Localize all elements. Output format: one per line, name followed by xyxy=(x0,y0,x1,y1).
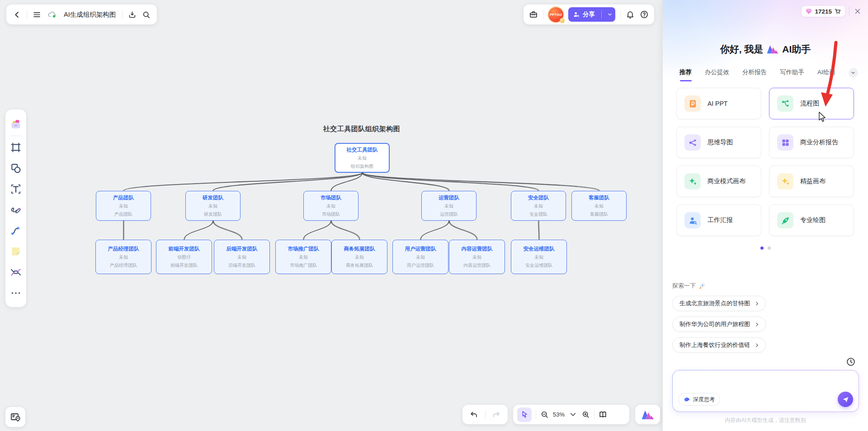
divider xyxy=(10,136,21,136)
suggestion-pill[interactable]: 生成北京旅游景点的甘特图 xyxy=(672,296,766,311)
pagination-dot[interactable] xyxy=(768,246,771,250)
org-node[interactable]: 市场推广团队未知市场推广团队 xyxy=(275,240,331,274)
chevron-right-icon xyxy=(755,301,760,306)
org-node[interactable]: 安全团队未知安全团队 xyxy=(511,191,566,221)
card-label: 思维导图 xyxy=(708,138,733,147)
prompt-input[interactable]: 深度思考 xyxy=(672,370,859,412)
org-node[interactable]: 产品经理团队未知产品经理团队 xyxy=(95,240,151,274)
zoom-in-icon[interactable] xyxy=(581,410,590,419)
tab-2[interactable]: 办公提效 xyxy=(705,68,729,77)
frame-icon[interactable] xyxy=(10,142,22,153)
sparkle-yellow-icon xyxy=(777,173,793,189)
share-button[interactable]: 分享 xyxy=(568,7,615,22)
credits-count: 17215 xyxy=(815,8,832,15)
org-node[interactable]: 内容运营团队未知内容运营团队 xyxy=(449,240,505,274)
org-node[interactable]: 商务拓展团队未知商务拓展团队 xyxy=(331,240,387,274)
assistant-card[interactable]: 精益画布 xyxy=(769,166,854,197)
back-icon[interactable] xyxy=(13,10,21,19)
tab-1[interactable]: 推荐 xyxy=(679,68,692,77)
org-node[interactable]: 客服团队未知客服团队 xyxy=(571,191,627,221)
select-tool-button[interactable] xyxy=(517,407,532,422)
assistant-card[interactable]: AI PPT xyxy=(676,88,761,119)
zoom-dropdown-icon[interactable] xyxy=(569,410,577,419)
pptgo-badge[interactable]: PPTGO xyxy=(548,7,563,22)
ai-assistant-panel: 17215 你好, 我是 AI助手 推荐办公提效分析报告写作助手AI绘画 AI … xyxy=(663,0,868,431)
map-card-icon xyxy=(10,412,21,422)
org-node[interactable]: 用户运营团队未知用户运营团队 xyxy=(392,240,448,274)
pages-icon[interactable] xyxy=(599,410,607,419)
text-icon[interactable] xyxy=(10,183,22,195)
tab-5[interactable]: AI绘画 xyxy=(817,68,835,77)
download-icon[interactable] xyxy=(128,10,137,19)
sticky-note-icon[interactable] xyxy=(10,246,22,257)
org-node[interactable]: 前端开发团队切图仔前端开发团队 xyxy=(156,240,212,274)
ppt-icon xyxy=(684,95,701,112)
send-button[interactable] xyxy=(838,392,853,407)
org-node[interactable]: 市场团队未知市场团队 xyxy=(303,191,359,221)
card-label: 商业分析报告 xyxy=(800,138,838,147)
ai-logo-icon xyxy=(766,44,779,54)
zoom-level[interactable]: 53% xyxy=(553,411,565,418)
chevron-right-icon xyxy=(755,343,760,348)
bell-icon[interactable] xyxy=(626,10,635,19)
suggestion-pill[interactable]: 制作华为公司的用户旅程图 xyxy=(672,317,766,332)
person-add-icon xyxy=(573,11,580,18)
document-title[interactable]: AI生成组织架构图 xyxy=(64,10,116,19)
tab-3[interactable]: 分析报告 xyxy=(742,68,767,77)
chevron-down-icon xyxy=(607,12,613,17)
org-node[interactable]: 运营团队未知运营团队 xyxy=(421,191,476,221)
org-node[interactable]: 研发团队未知研发团队 xyxy=(185,191,241,221)
menu-icon[interactable] xyxy=(33,10,41,19)
whale-icon xyxy=(684,396,690,403)
divider xyxy=(620,10,621,19)
assistant-card[interactable]: 工作汇报 xyxy=(676,204,761,236)
diagram-canvas[interactable]: 社交工具团队组织架构图 社交工具团队未知组织架构图产品团队未知产品团队研发团队未… xyxy=(0,0,663,431)
assistant-card[interactable]: 流程图 xyxy=(769,88,854,119)
redo-icon[interactable] xyxy=(492,410,501,419)
zoom-controls: 53% xyxy=(513,405,629,424)
divider xyxy=(122,10,123,19)
zoom-out-icon[interactable] xyxy=(540,410,549,419)
ai-assistant-button[interactable] xyxy=(635,405,660,424)
pagination-dot[interactable] xyxy=(760,246,764,250)
shapes-icon[interactable] xyxy=(10,162,22,174)
tabs-more-button[interactable] xyxy=(849,68,858,78)
card-label: 精益画布 xyxy=(800,177,826,185)
org-node[interactable]: 社交工具团队未知组织架构图 xyxy=(335,143,390,173)
templates-icon[interactable] xyxy=(10,118,22,130)
chevron-down-icon xyxy=(850,70,856,76)
org-node[interactable]: 安全运维团队未知安全运维团队 xyxy=(511,240,567,274)
connector-icon[interactable] xyxy=(10,225,22,237)
org-node[interactable]: 产品团队未知产品团队 xyxy=(96,191,151,221)
sparkle-green-icon xyxy=(684,173,701,189)
credits-pill[interactable]: 17215 xyxy=(802,6,845,17)
assistant-card[interactable]: 专业绘图 xyxy=(769,204,854,236)
assistant-card[interactable]: 思维导图 xyxy=(676,127,761,158)
suggestion-pill[interactable]: 制作上海餐饮行业的价值链 xyxy=(672,337,766,353)
org-chart-title: 社交工具团队组织架构图 xyxy=(298,125,425,133)
assistant-tabs: 推荐办公提效分析报告写作助手AI绘画 xyxy=(679,68,858,78)
history-clock-icon[interactable] xyxy=(846,357,856,367)
close-icon[interactable] xyxy=(854,7,862,15)
briefcase-icon[interactable] xyxy=(529,10,538,19)
assistant-card[interactable]: 商业分析报告 xyxy=(769,127,854,158)
ai-logo-icon xyxy=(641,409,655,420)
cards-pagination xyxy=(663,246,868,250)
share-dropdown[interactable] xyxy=(604,7,615,22)
more-icon[interactable] xyxy=(10,287,22,299)
minimap-button[interactable] xyxy=(5,407,25,427)
deep-think-toggle[interactable]: 深度思考 xyxy=(678,393,720,406)
org-node[interactable]: 后端开发团队未知后端开发团队 xyxy=(214,240,270,274)
divider xyxy=(27,10,27,19)
undo-icon[interactable] xyxy=(469,410,478,419)
assistant-card[interactable]: 商业模式画布 xyxy=(676,166,761,197)
mindmap-icon[interactable] xyxy=(10,266,22,278)
work-report-icon xyxy=(684,212,701,228)
help-icon[interactable] xyxy=(640,10,649,19)
tab-4[interactable]: 写作助手 xyxy=(780,68,804,77)
cart-icon[interactable] xyxy=(834,8,841,15)
search-icon[interactable] xyxy=(142,10,151,19)
history-controls xyxy=(462,405,508,424)
pen-icon[interactable] xyxy=(10,204,22,216)
mindmap-card-icon xyxy=(684,134,701,151)
